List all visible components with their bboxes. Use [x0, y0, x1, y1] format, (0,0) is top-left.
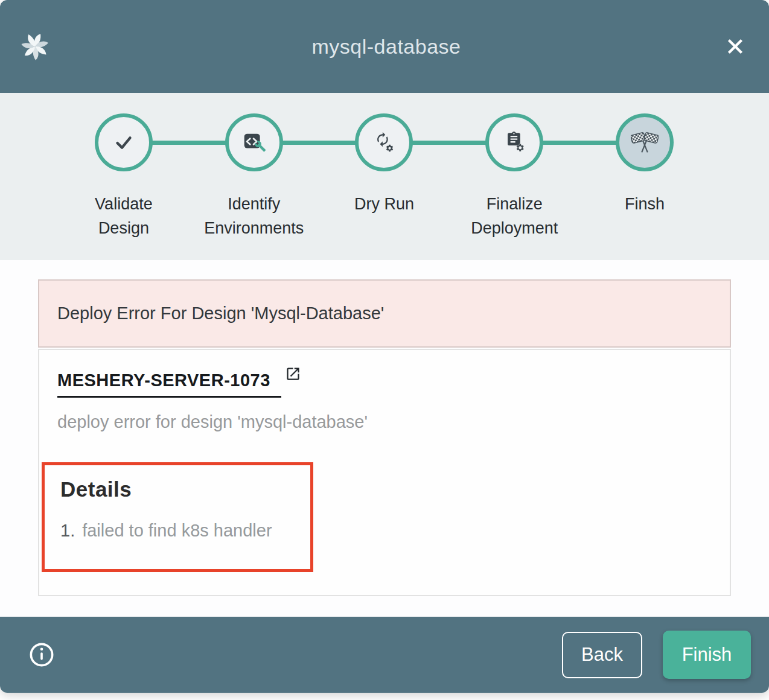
error-details-highlight-box: Details 1. failed to find k8s handler: [42, 462, 313, 572]
meshery-pinwheel-icon: [21, 31, 51, 62]
error-banner-title: Deploy Error For Design 'Mysql-Database': [57, 304, 384, 323]
back-button[interactable]: Back: [562, 632, 642, 678]
details-item-number: 1.: [60, 521, 75, 541]
code-window-wrench-icon: [240, 129, 268, 156]
error-code-link[interactable]: MESHERY-SERVER-1073: [57, 371, 281, 398]
modal-title: mysql-database: [51, 35, 722, 59]
deployment-modal: mysql-database Vali: [0, 0, 769, 693]
step-finish-indicator: [616, 113, 674, 171]
close-x-icon: [724, 35, 747, 58]
checkered-flags-icon: [631, 129, 659, 156]
details-list: 1. failed to find k8s handler: [60, 521, 295, 541]
step-finish: Finsh: [579, 93, 710, 260]
step-finalize-deployment: Finalize Deployment: [449, 93, 579, 260]
modal-body: Deploy Error For Design 'Mysql-Database'…: [0, 260, 769, 617]
deployment-stepper: Validate Design: [0, 93, 769, 260]
external-link-icon[interactable]: [285, 366, 301, 382]
details-list-item: 1. failed to find k8s handler: [60, 521, 295, 541]
clipboard-gear-icon: [500, 129, 528, 156]
details-heading: Details: [60, 477, 295, 501]
step-label: Finalize Deployment: [471, 192, 558, 240]
step-dry-run-indicator: [355, 113, 413, 171]
error-detail-panel: MESHERY-SERVER-1073 deploy error for des…: [38, 349, 731, 596]
modal-footer: Back Finish: [0, 617, 769, 693]
step-label: Identify Environments: [204, 192, 304, 240]
step-validate-design-indicator: [95, 113, 153, 171]
error-code-row: MESHERY-SERVER-1073: [57, 371, 712, 398]
step-identify-environments-indicator: [225, 113, 283, 171]
info-circle-icon: [28, 641, 56, 669]
sync-gear-icon: [370, 129, 398, 156]
error-summary-text: deploy error for design 'mysql-database': [57, 412, 712, 432]
step-label: Finsh: [625, 192, 665, 216]
step-dry-run: Dry Run: [319, 93, 450, 260]
page: mysql-database Vali: [0, 0, 769, 700]
step-identify-environments: Identify Environments: [189, 93, 319, 260]
step-label: Validate Design: [95, 192, 153, 240]
step-validate-design: Validate Design: [59, 93, 189, 260]
step-finalize-deployment-indicator: [485, 113, 543, 171]
details-item-text: failed to find k8s handler: [82, 521, 272, 541]
footer-actions: Back Finish: [562, 631, 751, 679]
finish-button[interactable]: Finish: [663, 631, 751, 679]
error-banner: Deploy Error For Design 'Mysql-Database': [38, 279, 731, 348]
checkmark-icon: [110, 129, 138, 156]
info-button[interactable]: [27, 640, 57, 670]
modal-header: mysql-database: [0, 0, 769, 93]
close-button[interactable]: [722, 33, 748, 60]
step-label: Dry Run: [354, 192, 414, 216]
